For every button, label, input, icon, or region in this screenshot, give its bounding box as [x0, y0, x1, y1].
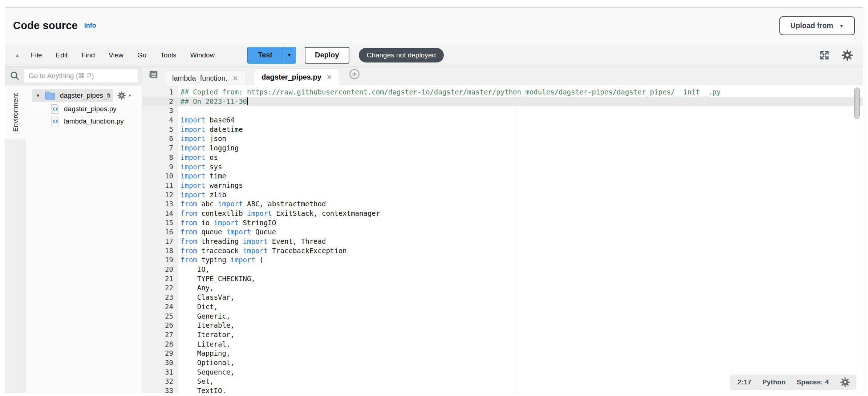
line-number: 3	[142, 106, 178, 116]
vertical-scrollbar[interactable]	[854, 88, 860, 119]
test-button[interactable]: Test	[248, 47, 283, 63]
code-line[interactable]: 19from typing import (	[142, 255, 863, 265]
code-line[interactable]: 29 Mapping,	[142, 349, 863, 358]
tab-dagster-pipes[interactable]: dagster_pipes.py ✕	[254, 68, 340, 85]
panel-header: Code source Info Upload from ▼	[5, 8, 863, 44]
code-line[interactable]: 28 Literal,	[142, 340, 863, 349]
code-text: ## On 2023-11-30	[178, 97, 248, 106]
line-number: 4	[142, 116, 178, 125]
environment-tab[interactable]: Environment	[5, 85, 26, 140]
code-text: Dict,	[178, 302, 218, 312]
code-line[interactable]: 13from abc import ABC, abstractmethod	[142, 199, 863, 209]
collapse-menubar-icon[interactable]: ▲	[15, 52, 20, 58]
tree-settings-gear-icon[interactable]: ▼	[117, 91, 132, 100]
code-line[interactable]: 2## On 2023-11-30	[142, 97, 863, 106]
folder-expand-icon[interactable]: ▼	[36, 93, 40, 98]
code-line[interactable]: 9import sys	[142, 162, 863, 172]
code-line[interactable]: 14from contextlib import ExitStack, cont…	[142, 209, 863, 218]
code-line[interactable]: 17from threading import Event, Thread	[142, 237, 863, 246]
chevron-down-icon: ▼	[128, 93, 132, 98]
code-line[interactable]: 16from queue import Queue	[142, 227, 863, 237]
code-text: import json	[178, 134, 226, 144]
code-line[interactable]: 12import zlib	[142, 190, 863, 200]
line-number: 25	[142, 312, 178, 321]
menu-tools[interactable]: Tools	[160, 51, 176, 59]
tab-lambda-function[interactable]: lambda_function. ✕	[165, 70, 246, 85]
line-number: 5	[142, 125, 178, 134]
folder-icon	[45, 91, 56, 100]
code-source-panel: Code source Info Upload from ▼ ▲ File Ed…	[5, 7, 863, 393]
line-number: 20	[142, 265, 178, 274]
indentation-setting[interactable]: Spaces: 4	[796, 378, 829, 386]
menu-window[interactable]: Window	[190, 51, 215, 59]
goto-anything-input[interactable]	[24, 69, 138, 83]
code-text: from traceback import TracebackException	[178, 246, 347, 256]
new-tab-icon[interactable]	[349, 68, 360, 81]
chevron-down-icon: ▼	[287, 52, 292, 58]
code-text: Any,	[178, 283, 214, 293]
page-title: Code source	[13, 20, 78, 32]
code-line[interactable]: 23 ClassVar,	[142, 293, 863, 302]
tree-file-label: lambda_function.py	[64, 117, 124, 125]
code-line[interactable]: 30 Optional,	[142, 358, 863, 368]
tab-list-icon[interactable]	[148, 69, 159, 81]
search-icon	[9, 70, 20, 81]
code-line[interactable]: 26 Iterable,	[142, 321, 863, 330]
code-line[interactable]: 27 Iterator,	[142, 330, 863, 340]
code-line[interactable]: 11import warnings	[142, 181, 863, 190]
code-line[interactable]: 5import datetime	[142, 125, 863, 134]
code-text: import zlib	[178, 190, 226, 200]
code-text: Iterator,	[178, 330, 235, 340]
test-dropdown-button[interactable]: ▼	[283, 47, 296, 63]
sidebar-rail: Environment	[5, 85, 26, 393]
fullscreen-icon[interactable]	[819, 49, 830, 61]
upload-from-label: Upload from	[790, 21, 833, 30]
code-text: import os	[178, 153, 218, 162]
deploy-button[interactable]: Deploy	[305, 47, 349, 64]
line-number: 23	[142, 293, 178, 302]
tree-folder-item[interactable]: ▼ dagster_pipes_funct	[32, 89, 113, 102]
tree-folder-row: ▼ dagster_pipes_funct	[32, 89, 139, 102]
code-line[interactable]: 4import base64	[142, 116, 863, 125]
line-number: 14	[142, 209, 178, 218]
line-number: 28	[142, 340, 178, 349]
upload-from-button[interactable]: Upload from ▼	[779, 16, 855, 35]
info-link[interactable]: Info	[84, 22, 96, 29]
menu-file[interactable]: File	[31, 51, 42, 59]
test-split-button: Test ▼	[247, 47, 296, 64]
code-text: TextIO,	[178, 386, 226, 393]
environment-tab-label: Environment	[12, 93, 20, 132]
cursor-position[interactable]: 2:17	[738, 378, 751, 386]
settings-gear-icon[interactable]	[841, 49, 853, 61]
language-mode[interactable]: Python	[762, 378, 786, 386]
menu-find[interactable]: Find	[81, 51, 95, 59]
tree-file-item[interactable]: lambda_function.py	[26, 115, 142, 128]
code-editor[interactable]: 1## Copied from: https://raw.githubuserc…	[142, 85, 863, 393]
line-number: 13	[142, 199, 178, 209]
statusbar-gear-icon[interactable]	[840, 377, 851, 388]
code-text: Iterable,	[178, 321, 235, 330]
code-line[interactable]: 1## Copied from: https://raw.githubuserc…	[142, 88, 863, 97]
code-text: ClassVar,	[178, 293, 235, 302]
code-line[interactable]: 3	[142, 106, 863, 116]
code-line[interactable]: 6import json	[142, 134, 863, 144]
code-text: Sequence,	[178, 368, 235, 377]
code-line[interactable]: 25 Generic,	[142, 312, 863, 321]
code-lines: 1## Copied from: https://raw.githubuserc…	[142, 88, 863, 393]
code-line[interactable]: 24 Dict,	[142, 302, 863, 312]
code-line[interactable]: 15from io import StringIO	[142, 218, 863, 228]
close-tab-icon[interactable]: ✕	[232, 74, 238, 82]
close-tab-icon[interactable]: ✕	[326, 73, 332, 81]
code-line[interactable]: 7import logging	[142, 144, 863, 153]
code-line[interactable]: 8import os	[142, 153, 863, 162]
code-line[interactable]: 21 TYPE_CHECKING,	[142, 274, 863, 284]
code-line[interactable]: 10import time	[142, 171, 863, 181]
menu-edit[interactable]: Edit	[56, 51, 68, 59]
code-line[interactable]: 18from traceback import TracebackExcepti…	[142, 246, 863, 256]
file-tree: ▼ dagster_pipes_funct	[26, 85, 142, 393]
tree-file-item[interactable]: dagster_pipes.py	[26, 103, 142, 115]
code-line[interactable]: 22 Any,	[142, 283, 863, 293]
menu-go[interactable]: Go	[137, 51, 146, 59]
code-line[interactable]: 20 IO,	[142, 265, 863, 274]
menu-view[interactable]: View	[109, 51, 123, 59]
